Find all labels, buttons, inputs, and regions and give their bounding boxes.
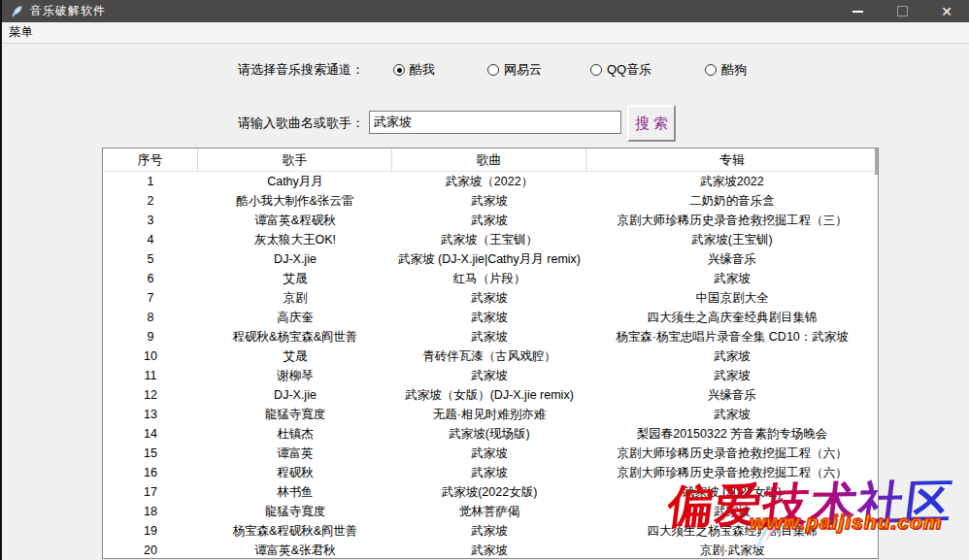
table-row[interactable]: 8高庆奎武家坡四大须生之高庆奎经典剧目集锦: [103, 308, 878, 327]
channel-radio-3[interactable]: 酷狗: [705, 61, 747, 79]
table-cell: 二奶奶的音乐盒: [586, 193, 878, 210]
table-row[interactable]: 7京剧武家坡中国京剧大全: [103, 288, 878, 308]
table-cell: 12: [103, 388, 198, 402]
table-row[interactable]: 10艾晟青砖伴瓦漆（古风戏腔）武家坡: [103, 346, 878, 366]
table-cell: 武家坡: [586, 271, 878, 287]
table-cell: 武家坡: [586, 407, 878, 423]
channel-radio-label: QQ音乐: [607, 61, 652, 79]
minimize-button[interactable]: [835, 0, 880, 22]
song-search-input[interactable]: [369, 111, 621, 134]
table-row[interactable]: 17林书鱼武家坡(2022女版)武家坡 (2022女版): [103, 482, 878, 502]
table-row[interactable]: 6艾晟红马（片段）武家坡: [103, 269, 878, 288]
column-header-3[interactable]: 专辑: [586, 148, 878, 171]
menu-item-main[interactable]: 菜单: [2, 22, 40, 43]
column-header-1[interactable]: 歌手: [198, 148, 392, 171]
menubar: 菜单: [2, 22, 969, 44]
table-cell: 龍猛寺寬度: [198, 504, 392, 520]
table-cell: 武家坡: [392, 543, 586, 559]
table-cell: 9: [103, 330, 198, 344]
table-cell: 京剧大师珍稀历史录音抢救挖掘工程（六）: [586, 445, 878, 462]
table-cell: 武家坡: [392, 213, 586, 229]
channel-radio-2[interactable]: QQ音乐: [590, 61, 652, 79]
table-cell: 5: [103, 252, 198, 266]
close-button[interactable]: ✕: [924, 0, 969, 22]
table-cell: 红马（片段）: [392, 271, 586, 287]
table-cell: 高庆奎: [198, 310, 392, 326]
table-cell: 四大须生之高庆奎经典剧目集锦: [586, 310, 878, 326]
query-row: 请输入歌曲名或歌手： 搜索: [238, 105, 676, 142]
table-cell: 龍猛寺寬度: [198, 407, 392, 423]
table-row[interactable]: 5DJ-X.jie武家坡 (DJ-X.jie|Cathy月月 remix)兴缘音…: [103, 249, 878, 269]
table-cell: 林书鱼: [198, 484, 392, 501]
table-cell: 18: [103, 505, 198, 518]
table-cell: 武家坡: [392, 193, 586, 210]
table-row[interactable]: 16程砚秋武家坡京剧大师珍稀历史录音抢救挖掘工程（六）: [103, 463, 878, 482]
search-button[interactable]: 搜索: [627, 105, 676, 142]
table-cell: 14: [103, 427, 198, 441]
radio-circle-icon: [393, 64, 405, 76]
table-cell: 武家坡: [586, 504, 878, 520]
table-row[interactable]: 1Cathy月月武家坡（2022）武家坡2022: [103, 172, 878, 191]
table-cell: 艾晟: [198, 348, 392, 365]
table-cell: 艾晟: [198, 271, 392, 287]
table-cell: 武家坡（女版）(DJ-X.jie remix): [392, 387, 586, 404]
table-cell: 京剧: [198, 290, 392, 307]
window-title: 音乐破解软件: [30, 3, 835, 19]
table-cell: 19: [103, 524, 198, 538]
table-cell: DJ-X.jie: [198, 252, 392, 266]
scrollbar-thumb[interactable]: [875, 148, 878, 175]
table-cell: Cathy月月: [198, 174, 392, 190]
table-cell: 2: [103, 194, 198, 208]
table-cell: 谭富英&张君秋: [198, 543, 392, 559]
table-cell: 武家坡2022: [586, 174, 878, 190]
maximize-button[interactable]: [880, 0, 924, 22]
table-cell: 7: [103, 291, 198, 305]
table-cell: 兴缘音乐: [586, 387, 878, 404]
radio-circle-icon: [590, 64, 602, 76]
table-cell: DJ-X.jie: [198, 388, 392, 402]
channel-radio-0[interactable]: 酷我: [393, 61, 435, 79]
table-cell: 四大须生之杨宝森经典剧目集锦: [586, 523, 878, 540]
tk-feather-icon: [9, 4, 24, 19]
table-cell: 4: [103, 233, 198, 247]
table-cell: 11: [103, 369, 198, 382]
table-row[interactable]: 2酷小我大制作&张云雷武家坡二奶奶的音乐盒: [103, 191, 878, 211]
table-row[interactable]: 4灰太狼大王OK!武家坡（王宝钏）武家坡(王宝钏): [103, 230, 878, 249]
table-cell: 灰太狼大王OK!: [198, 232, 392, 248]
table-row[interactable]: 9程砚秋&杨宝森&阎世善武家坡杨宝森·杨宝忠唱片录音全集 CD10：武家坡: [103, 327, 878, 346]
channel-radio-group: 酷我网易云QQ音乐酷狗: [393, 61, 747, 79]
channel-row: 请选择音乐搜索通道： 酷我网易云QQ音乐酷狗: [238, 61, 747, 79]
table-row[interactable]: 18龍猛寺寬度觉林菩萨偈武家坡: [103, 502, 878, 521]
table-cell: 武家坡（2022）: [392, 174, 586, 190]
table-row[interactable]: 15谭富英武家坡京剧大师珍稀历史录音抢救挖掘工程（六）: [103, 444, 878, 463]
table-row[interactable]: 14杜镇杰武家坡(现场版)梨园春20150322 芳音素韵专场晚会: [103, 424, 878, 444]
table-cell: 16: [103, 466, 198, 479]
table-cell: 20: [103, 544, 198, 557]
table-cell: 17: [103, 485, 198, 499]
table-cell: 谭富英&程砚秋: [198, 213, 392, 229]
table-cell: 武家坡: [392, 290, 586, 307]
column-header-2[interactable]: 歌曲: [392, 148, 586, 171]
table-row[interactable]: 11谢柳琴武家坡武家坡: [103, 366, 878, 385]
table-cell: 武家坡(2022女版): [392, 484, 586, 501]
table-row[interactable]: 12DJ-X.jie武家坡（女版）(DJ-X.jie remix)兴缘音乐: [103, 385, 878, 405]
channel-radio-label: 酷我: [410, 61, 435, 79]
table-cell: 程砚秋: [198, 465, 392, 481]
table-row[interactable]: 20谭富英&张君秋武家坡京剧·武家坡: [103, 541, 878, 559]
table-cell: 武家坡: [586, 368, 878, 384]
table-row[interactable]: 19杨宝森&程砚秋&阎世善武家坡四大须生之杨宝森经典剧目集锦: [103, 521, 878, 541]
table-cell: 兴缘音乐: [586, 251, 878, 268]
table-row[interactable]: 3谭富英&程砚秋武家坡京剧大师珍稀历史录音抢救挖掘工程（三）: [103, 211, 878, 230]
table-cell: 程砚秋&杨宝森&阎世善: [198, 329, 392, 346]
table-cell: 3: [103, 214, 198, 227]
table-cell: 武家坡: [392, 329, 586, 346]
channel-radio-label: 网易云: [504, 61, 542, 79]
table-cell: 无题·相见时难别亦难: [392, 407, 586, 423]
column-header-0[interactable]: 序号: [103, 148, 198, 171]
table-cell: 觉林菩萨偈: [392, 504, 586, 520]
table-row[interactable]: 13龍猛寺寬度无题·相见时难别亦难武家坡: [103, 405, 878, 424]
channel-radio-1[interactable]: 网易云: [487, 61, 542, 79]
table-cell: 杜镇杰: [198, 426, 392, 443]
table-cell: 武家坡 (DJ-X.jie|Cathy月月 remix): [392, 251, 586, 268]
app-window: 音乐破解软件 ✕ 菜单 请选择音乐搜索通道： 酷我网易云QQ音乐酷狗 请输入歌曲…: [0, 0, 969, 560]
